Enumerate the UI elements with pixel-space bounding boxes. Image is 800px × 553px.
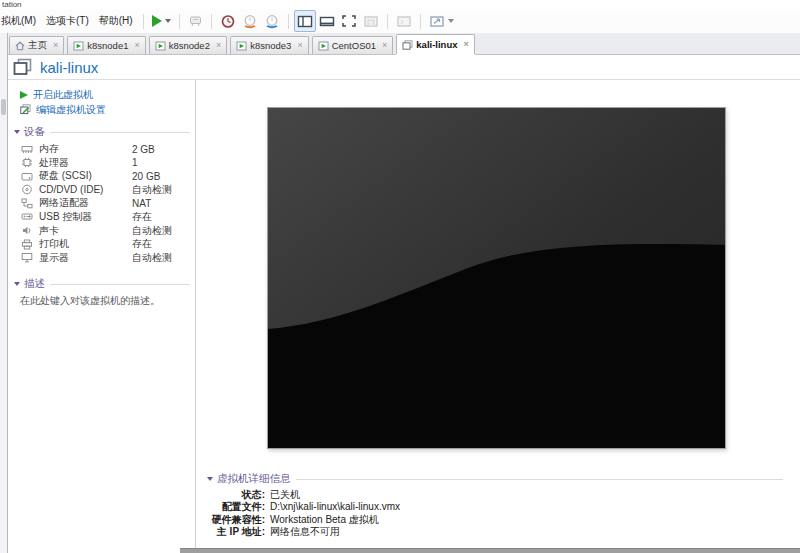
vm-icon	[13, 58, 32, 76]
detail-label: 硬件兼容性:	[201, 514, 265, 526]
usb-controller-icon	[21, 211, 33, 222]
show-thumbnail-bar-button[interactable]	[316, 11, 338, 31]
device-row-usb-controller[interactable]: USB 控制器 存在	[8, 210, 195, 224]
vm-powered-off-icon	[402, 40, 413, 50]
device-value: NAT	[132, 198, 195, 209]
take-snapshot-clock-icon	[220, 14, 236, 29]
tab-kali-linux[interactable]: kali-linux ×	[396, 34, 474, 54]
collapse-arrow-icon	[14, 130, 20, 134]
fullscreen-button[interactable]	[338, 11, 360, 31]
devices-list: 内存 2 GB 处理器 1 硬盘 (SCSI) 20 GB	[8, 142, 195, 264]
detail-row-config-file: 配置文件: D:\xnj\kali-linux\kali-linux.vmx	[201, 501, 788, 513]
device-value: 2 GB	[132, 144, 195, 155]
tab-home[interactable]: 主页 ×	[9, 36, 64, 54]
processor-icon	[21, 157, 33, 168]
library-panel-edge	[0, 33, 8, 553]
printer-icon	[21, 239, 33, 250]
devices-section-header[interactable]: 设备	[14, 125, 190, 139]
bottom-window-edge	[180, 548, 800, 553]
vm-summary-sidebar: 开启此虚拟机 编辑虚拟机设置 设备 内存 2 GB	[8, 80, 196, 548]
snapshot-manager-button[interactable]	[261, 11, 283, 31]
description-placeholder[interactable]: 在此处键入对该虚拟机的描述。	[8, 291, 195, 307]
tab-k8snode1[interactable]: k8snode1 ×	[67, 36, 145, 54]
tab-close-icon[interactable]: ×	[216, 41, 221, 50]
tab-close-icon[interactable]: ×	[464, 40, 469, 49]
device-label: 声卡	[39, 224, 132, 238]
tab-strip: 主页 × k8snode1 × k8snode2 × k8snode3	[0, 33, 800, 55]
device-row-printer[interactable]: 打印机 存在	[8, 237, 195, 251]
tab-label: k8snode2	[169, 40, 210, 51]
tab-centos01[interactable]: CentOS01 ×	[312, 36, 394, 54]
scrollbar-thumb[interactable]	[1, 99, 6, 115]
detail-label: 主 IP 地址:	[201, 526, 265, 538]
vm-details-header[interactable]: 虚拟机详细信息	[207, 472, 783, 486]
fit-guest-stretch-button[interactable]	[426, 11, 457, 31]
vm-page-header: kali-linux	[8, 55, 800, 80]
vm-console-preview[interactable]	[267, 107, 726, 449]
detail-value: 网络信息不可用	[270, 526, 788, 538]
tab-label: kali-linux	[416, 39, 457, 50]
description-section-title: 描述	[24, 277, 45, 291]
toolbar-separator	[179, 14, 180, 29]
page-title: kali-linux	[40, 59, 98, 76]
power-on-vm-link[interactable]: 开启此虚拟机	[8, 87, 195, 102]
detail-value: 已关机	[270, 489, 788, 501]
devices-section-title: 设备	[24, 125, 45, 139]
vm-running-icon	[318, 41, 329, 51]
revert-snapshot-button[interactable]	[239, 11, 261, 31]
device-label: 显示器	[39, 251, 132, 265]
vmware-workstation-window: tation 拟机(M) 选项卡(T) 帮助(H)	[0, 0, 800, 553]
detail-row-state: 状态: 已关机	[201, 489, 788, 501]
tab-label: CentOS01	[332, 40, 376, 51]
library-panel-icon	[297, 15, 313, 28]
device-value: 存在	[132, 210, 195, 224]
tab-k8snode3[interactable]: k8snode3 ×	[230, 36, 308, 54]
description-section-header[interactable]: 描述	[14, 277, 190, 291]
device-value: 自动检测	[132, 251, 195, 265]
tab-k8snode2[interactable]: k8snode2 ×	[149, 36, 227, 54]
device-row-memory[interactable]: 内存 2 GB	[8, 142, 195, 156]
thumbnail-bar-icon	[319, 15, 335, 28]
send-ctrl-alt-del-button[interactable]	[185, 11, 206, 31]
console-view-icon	[396, 15, 412, 28]
detail-label: 状态:	[201, 489, 265, 501]
tab-close-icon[interactable]: ×	[382, 41, 387, 50]
device-row-sound-card[interactable]: 声卡 自动检测	[8, 224, 195, 238]
chevron-down-icon	[448, 19, 454, 23]
device-value: 存在	[132, 237, 195, 251]
edit-settings-icon	[20, 104, 31, 115]
console-view-button[interactable]	[393, 11, 415, 31]
power-on-button[interactable]	[149, 11, 174, 31]
device-row-network-adapter[interactable]: 网络适配器 NAT	[8, 196, 195, 210]
show-library-button[interactable]	[294, 10, 316, 32]
tab-close-icon[interactable]: ×	[297, 41, 302, 50]
snapshot-manager-clock-icon	[264, 14, 280, 29]
detail-value: D:\xnj\kali-linux\kali-linux.vmx	[270, 501, 788, 513]
vm-running-icon	[155, 41, 166, 51]
device-row-processors[interactable]: 处理器 1	[8, 156, 195, 170]
sound-card-icon	[21, 225, 33, 236]
window-title-text: tation	[2, 0, 22, 9]
device-row-display[interactable]: 显示器 自动检测	[8, 251, 195, 265]
device-row-cd-dvd[interactable]: CD/DVD (IDE) 自动检测	[8, 183, 195, 197]
play-icon	[20, 91, 28, 99]
toolbar-separator	[288, 14, 289, 29]
vm-details-section: 虚拟机详细信息 状态: 已关机 配置文件: D:\xnj\kali-linux\…	[201, 472, 788, 539]
tab-label: k8snode3	[250, 40, 291, 51]
tab-close-icon[interactable]: ×	[134, 41, 139, 50]
display-icon	[21, 252, 33, 263]
unity-mode-button[interactable]	[360, 11, 382, 31]
unity-mode-icon	[363, 15, 379, 28]
menu-vm[interactable]: 拟机(M)	[0, 11, 41, 31]
device-value: 自动检测	[132, 224, 195, 238]
device-value: 1	[132, 157, 195, 168]
tab-close-icon[interactable]: ×	[53, 41, 58, 50]
device-row-hard-disk[interactable]: 硬盘 (SCSI) 20 GB	[8, 169, 195, 183]
vm-running-icon	[236, 41, 247, 51]
menu-help[interactable]: 帮助(H)	[94, 11, 138, 31]
window-titlebar: tation	[0, 0, 800, 9]
edit-vm-settings-link[interactable]: 编辑虚拟机设置	[8, 102, 195, 117]
take-snapshot-button[interactable]	[217, 11, 239, 31]
hdd-icon	[21, 171, 33, 182]
menu-tabs[interactable]: 选项卡(T)	[41, 11, 94, 31]
